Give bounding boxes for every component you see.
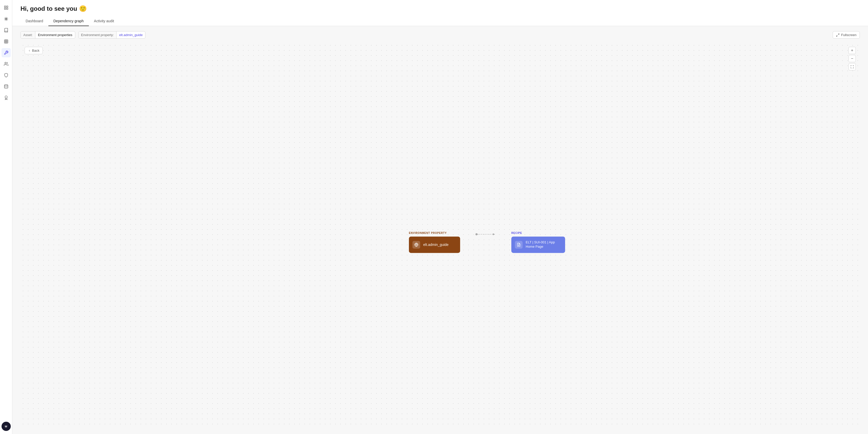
sidebar-bottom: w <box>2 422 11 431</box>
zoom-controls: + − <box>848 47 856 70</box>
env-property-filter-label: Environment property: <box>79 31 117 38</box>
sidebar-icon-grid[interactable] <box>2 37 11 46</box>
env-property-filter-value: elt.admin_guide <box>117 31 145 38</box>
svg-point-15 <box>5 96 7 98</box>
env-node-icon <box>412 241 420 248</box>
sidebar-icon-wrench[interactable] <box>2 48 11 57</box>
connection-line-svg <box>475 232 496 237</box>
back-button[interactable]: Back <box>25 47 43 54</box>
content-area: Asset: Environment properties Environmen… <box>12 26 868 434</box>
recipe-node-type-label: RECIPE <box>511 232 565 234</box>
asset-filter-label: Asset: <box>21 31 35 38</box>
back-chevron-icon <box>28 49 31 52</box>
sidebar-icon-book[interactable] <box>2 26 11 35</box>
env-node-text: elt.admin_guide <box>423 243 448 247</box>
workato-logo[interactable]: w <box>2 422 11 431</box>
sidebar-icon-badge[interactable] <box>2 93 11 102</box>
recipe-node-text: ELT | SUI-001 | App Home Page <box>526 240 561 249</box>
zoom-out-button[interactable]: − <box>848 55 856 62</box>
recipe-node-icon <box>515 241 523 248</box>
svg-line-17 <box>837 35 838 36</box>
env-node[interactable]: elt.admin_guide <box>409 236 460 253</box>
fullscreen-button[interactable]: Fullscreen <box>833 31 860 39</box>
recipe-node-container: RECIPE ELT | SUI-001 | App Home Page <box>511 232 565 253</box>
env-node-type-label: ENVIRONMENT PROPERTY <box>409 232 460 234</box>
svg-point-13 <box>5 62 6 64</box>
asset-filter-value: Environment properties <box>35 31 75 38</box>
svg-marker-22 <box>493 233 495 235</box>
tabs-bar: Dashboard Dependency graph Activity audi… <box>21 16 860 26</box>
connection-arrow <box>475 232 496 242</box>
svg-rect-1 <box>6 6 8 7</box>
env-node-container: ENVIRONMENT PROPERTY elt.admin_guide <box>409 232 460 253</box>
filter-bar: Asset: Environment properties Environmen… <box>21 31 860 39</box>
sidebar-icon-asterisk[interactable] <box>2 14 11 24</box>
tab-dependency-graph[interactable]: Dependency graph <box>49 16 89 26</box>
zoom-fit-button[interactable] <box>848 63 856 70</box>
asset-filter-badge[interactable]: Asset: Environment properties <box>21 31 75 39</box>
page-title: Hi, good to see you 🙂 <box>21 5 860 12</box>
sidebar-icon-database[interactable] <box>2 82 11 91</box>
main-content: Hi, good to see you 🙂 Dashboard Dependen… <box>12 0 868 434</box>
header: Hi, good to see you 🙂 Dashboard Dependen… <box>12 0 868 26</box>
zoom-in-button[interactable]: + <box>848 47 856 54</box>
recipe-node[interactable]: ELT | SUI-001 | App Home Page <box>511 236 565 253</box>
tab-activity-audit[interactable]: Activity audit <box>89 16 119 26</box>
sidebar-icon-shield[interactable] <box>2 71 11 80</box>
svg-point-20 <box>475 233 477 235</box>
svg-rect-0 <box>4 6 6 7</box>
svg-rect-8 <box>4 40 8 43</box>
fit-icon <box>850 65 854 69</box>
graph-nodes: ENVIRONMENT PROPERTY elt.admin_guide <box>409 232 565 253</box>
sidebar: w <box>0 0 12 434</box>
sidebar-icon-home[interactable] <box>2 3 11 12</box>
graph-area: Back + − ENVIRONMENT PROPERTY <box>21 43 860 429</box>
greeting-emoji: 🙂 <box>79 5 87 12</box>
svg-line-16 <box>838 34 839 35</box>
sidebar-icon-people[interactable] <box>2 59 11 69</box>
svg-rect-3 <box>6 8 8 9</box>
svg-point-14 <box>4 85 8 86</box>
svg-rect-2 <box>4 8 6 9</box>
tab-dashboard[interactable]: Dashboard <box>21 16 49 26</box>
fullscreen-icon <box>836 33 840 37</box>
env-property-filter-badge[interactable]: Environment property: elt.admin_guide <box>79 31 146 39</box>
